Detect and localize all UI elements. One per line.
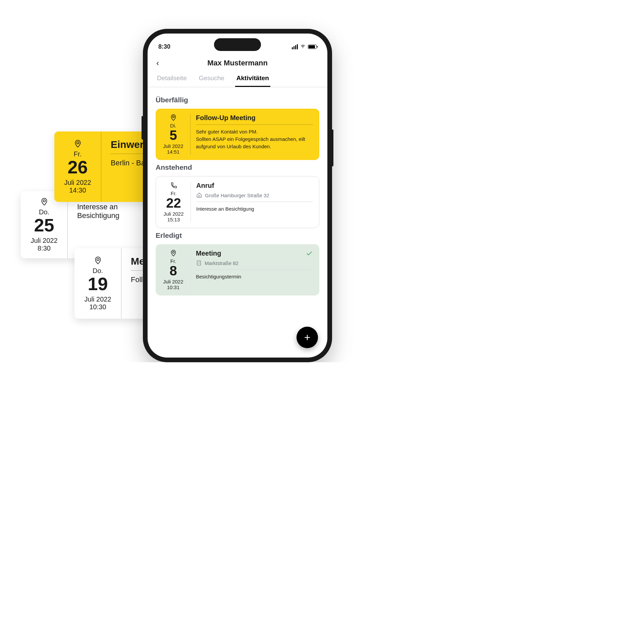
bg-time: 10:30 <box>89 303 106 311</box>
section-overdue-title: Überfällig <box>156 96 319 104</box>
status-time: 8:30 <box>158 43 170 50</box>
activity-card-upcoming[interactable]: Fr. 22 Juli 2022 15:13 Anruf Große Hambu… <box>156 176 319 228</box>
check-icon <box>306 250 313 257</box>
card-address: Marktstraße 82 <box>205 260 238 266</box>
content: Überfällig Di. 5 Juli 2022 14:51 Follow-… <box>148 87 327 358</box>
notch <box>214 38 261 51</box>
signal-icon <box>292 44 298 49</box>
card-time: 14:51 <box>167 149 180 155</box>
bg-day: 19 <box>88 275 108 293</box>
bg-day: 25 <box>34 216 54 234</box>
tab-detailseite[interactable]: Detailseite <box>156 71 188 87</box>
card-time: 10:31 <box>167 284 180 290</box>
phone-icon <box>170 182 177 189</box>
bg-month: Juli 2022 <box>64 179 91 186</box>
card-body: Sehr guter Kontakt von PM. Sollten ASAP … <box>196 128 313 150</box>
bg-month: Juli 2022 <box>84 296 111 303</box>
back-button[interactable]: ‹ <box>156 58 159 68</box>
card-time: 15:13 <box>167 217 180 222</box>
pin-icon <box>73 140 82 148</box>
card-body: Interesse an Besichtigung <box>196 205 313 213</box>
tab-gesuche[interactable]: Gesuche <box>198 71 226 87</box>
battery-icon <box>308 45 317 49</box>
bg-month: Juli 2022 <box>31 237 57 245</box>
card-day: 22 <box>166 196 181 210</box>
pin-icon <box>170 114 177 121</box>
card-title: Meeting <box>196 250 313 257</box>
card-month: Juli 2022 <box>163 143 183 149</box>
bg-time: 8:30 <box>38 245 51 252</box>
phone-frame: 8:30 ‹ Max Mustermann Detailseite Gesuch… <box>143 29 332 362</box>
bg-day: 26 <box>67 158 88 176</box>
section-done-title: Erledigt <box>156 231 319 239</box>
tab-aktivitaeten[interactable]: Aktivitäten <box>235 71 270 87</box>
card-address: Große Hamburger Straße 32 <box>205 193 269 198</box>
wifi-icon <box>300 44 306 49</box>
phone-screen: 8:30 ‹ Max Mustermann Detailseite Gesuch… <box>148 34 327 358</box>
card-title: Follow-Up Meeting <box>196 114 313 122</box>
tabs: Detailseite Gesuche Aktivitäten <box>148 71 327 87</box>
card-day: 8 <box>169 264 177 277</box>
add-button[interactable]: + <box>297 327 318 348</box>
page-title: Max Mustermann <box>207 59 268 67</box>
section-upcoming-title: Anstehend <box>156 163 319 171</box>
bg-time: 14:30 <box>69 186 86 194</box>
card-month: Juli 2022 <box>163 211 183 217</box>
activity-card-done[interactable]: Fr. 8 Juli 2022 10:31 Meeting Marktstraß… <box>156 244 319 296</box>
activity-card-overdue[interactable]: Di. 5 Juli 2022 14:51 Follow-Up Meeting … <box>156 109 319 160</box>
pin-icon <box>170 250 177 257</box>
house-icon <box>196 192 202 198</box>
bg-body: Interesse an Besichtigung <box>77 203 146 220</box>
pin-icon <box>94 256 102 265</box>
card-day: 5 <box>169 128 177 142</box>
card-title: Anruf <box>196 182 313 190</box>
header: ‹ Max Mustermann <box>148 55 327 71</box>
plus-icon: + <box>304 331 311 344</box>
pin-icon <box>40 198 49 206</box>
card-body: Besichtigungstermin <box>196 273 313 280</box>
card-month: Juli 2022 <box>163 279 183 284</box>
building-icon <box>196 260 202 266</box>
